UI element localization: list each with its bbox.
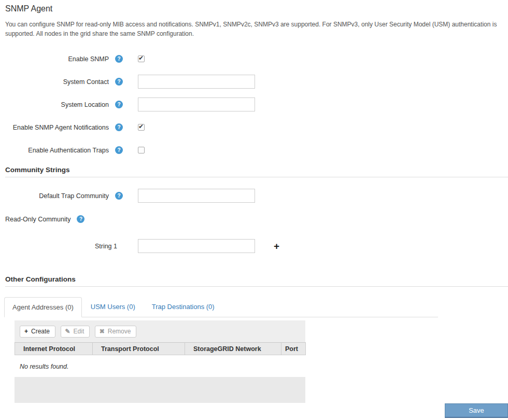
- system-contact-row: System Contact ?: [5, 75, 508, 89]
- system-location-row: System Location ?: [5, 97, 508, 111]
- read-only-community-row: Read-Only Community ?: [5, 215, 508, 223]
- page-description: You can configure SNMP for read-only MIB…: [5, 20, 506, 38]
- snmp-agent-page: SNMP Agent You can configure SNMP for re…: [0, 0, 508, 403]
- auth-traps-checkbox[interactable]: [138, 147, 145, 153]
- default-trap-community-label: Default Trap Community: [5, 192, 109, 200]
- plus-icon: +: [24, 328, 28, 335]
- other-configurations-section: Other Configurations Agent Addresses (0)…: [5, 275, 508, 403]
- remove-button-label: Remove: [108, 328, 131, 335]
- help-icon[interactable]: ?: [77, 215, 84, 223]
- enable-snmp-checkbox[interactable]: [138, 55, 145, 62]
- page-title: SNMP Agent: [5, 4, 508, 13]
- edit-button[interactable]: ✎Edit: [61, 326, 90, 338]
- pencil-icon: ✎: [65, 328, 70, 335]
- cross-icon: ✖: [100, 328, 105, 335]
- enable-snmp-label: Enable SNMP: [5, 55, 109, 63]
- help-icon[interactable]: ?: [115, 78, 123, 86]
- add-string-icon[interactable]: +: [274, 243, 279, 250]
- string-1-label: String 1: [5, 243, 117, 250]
- agent-notifications-row: Enable SNMP Agent Notifications ?: [5, 120, 508, 134]
- enable-snmp-row: Enable SNMP ?: [5, 52, 508, 66]
- create-button-label: Create: [31, 328, 50, 335]
- default-trap-community-input[interactable]: [138, 189, 255, 203]
- help-icon[interactable]: ?: [115, 146, 123, 154]
- help-icon[interactable]: ?: [115, 55, 123, 63]
- help-icon[interactable]: ?: [115, 101, 123, 108]
- system-location-input[interactable]: [138, 97, 255, 111]
- tab-usm-users[interactable]: USM Users (0): [83, 297, 143, 317]
- column-header-internet-protocol[interactable]: Internet Protocol: [15, 343, 93, 355]
- agent-addresses-toolbar: +Create ✎Edit ✖Remove: [15, 320, 305, 342]
- table-header-row: Internet Protocol Transport Protocol Sto…: [15, 343, 306, 355]
- other-configurations-tabs: Agent Addresses (0) USM Users (0) Trap D…: [4, 297, 438, 317]
- help-icon[interactable]: ?: [115, 123, 123, 131]
- default-trap-community-row: Default Trap Community ?: [5, 189, 508, 203]
- edit-button-label: Edit: [74, 328, 84, 335]
- column-header-storagegrid-network[interactable]: StorageGRID Network: [185, 343, 281, 355]
- agent-addresses-pane: +Create ✎Edit ✖Remove Internet Protocol …: [15, 320, 305, 403]
- column-header-transport-protocol[interactable]: Transport Protocol: [93, 343, 185, 355]
- tab-trap-destinations[interactable]: Trap Destinations (0): [144, 297, 222, 317]
- string-1-input[interactable]: [138, 239, 255, 253]
- agent-notifications-checkbox[interactable]: [138, 124, 145, 131]
- read-only-community-label: Read-Only Community: [5, 216, 70, 223]
- system-location-label: System Location: [5, 101, 109, 108]
- system-contact-label: System Contact: [5, 78, 109, 86]
- create-button[interactable]: +Create: [20, 326, 55, 338]
- table-footer: [15, 377, 305, 403]
- agent-notifications-label: Enable SNMP Agent Notifications: [5, 124, 109, 131]
- remove-button[interactable]: ✖Remove: [95, 326, 137, 338]
- community-strings-heading: Community Strings: [5, 166, 508, 174]
- tab-agent-addresses[interactable]: Agent Addresses (0): [4, 297, 82, 317]
- section-divider: [5, 286, 508, 287]
- community-strings-section: Community Strings Default Trap Community…: [5, 166, 508, 253]
- help-icon[interactable]: ?: [115, 192, 123, 200]
- no-results-message: No results found.: [20, 363, 305, 370]
- auth-traps-row: Enable Authentication Traps ?: [5, 143, 508, 157]
- auth-traps-label: Enable Authentication Traps: [5, 147, 109, 154]
- column-header-port[interactable]: Port: [281, 343, 306, 355]
- string-1-row: String 1 +: [5, 239, 508, 253]
- other-configurations-heading: Other Configurations: [5, 275, 508, 283]
- agent-addresses-table: Internet Protocol Transport Protocol Sto…: [15, 342, 306, 355]
- system-contact-input[interactable]: [138, 75, 255, 89]
- section-divider: [5, 177, 508, 177]
- save-button[interactable]: Save: [445, 403, 508, 418]
